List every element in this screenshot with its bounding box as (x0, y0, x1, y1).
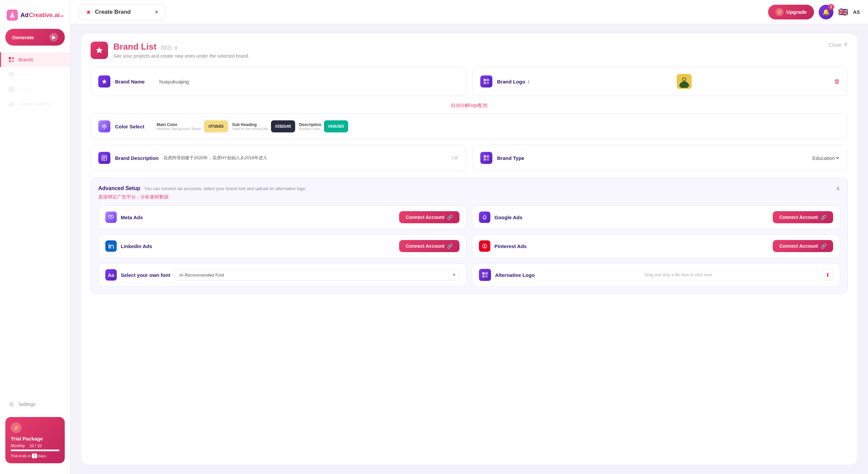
notification-badge: 2 (828, 4, 834, 10)
user-avatar[interactable]: AS (853, 9, 860, 15)
sidebar: AdCreative.aiv3 Generate ▶ Brands — — — … (0, 0, 70, 474)
svg-rect-24 (487, 155, 489, 158)
svg-marker-10 (86, 10, 91, 14)
meta-ads-label: Meta Ads (121, 215, 143, 220)
sub-heading-color-group: Sub Heading Used for the second title #2… (232, 120, 295, 132)
app-name: AdCreative.aiv3 (21, 12, 63, 19)
svg-point-19 (683, 78, 686, 81)
brand-name-icon (98, 75, 110, 88)
upgrade-button[interactable]: ⚡ Upgrade (768, 5, 814, 20)
logo-thumbnail (677, 74, 691, 89)
svg-rect-13 (484, 79, 486, 81)
create-brand-plus-icon[interactable]: + (154, 8, 159, 17)
meta-connect-button[interactable]: Connect Account 🔗 (399, 211, 460, 223)
brand-star-icon (95, 46, 103, 54)
creative-insight-label: Creative Insight Pro (19, 102, 51, 106)
connect-link-icon: 🔗 (447, 215, 453, 220)
font-select[interactable]: AI Recommended Font (175, 270, 460, 281)
auto-color-note: 自动分解logo配色 (91, 102, 848, 108)
brand-panel: Brand List (0/2) ℹ See your projects and… (81, 34, 857, 465)
logo-text-creative: Creative (29, 12, 53, 19)
logo-delete-button[interactable]: 🗑 (834, 78, 840, 85)
description-color-title: Description (299, 122, 321, 127)
sidebar-item-2[interactable]: — — — (0, 67, 70, 82)
svg-rect-27 (108, 245, 110, 248)
svg-point-21 (104, 126, 105, 127)
color-select-icon (98, 120, 110, 132)
description-color-sub: Auxiliary color (299, 127, 321, 131)
brand-panel-title-group: Brand List (0/2) ℹ See your projects and… (113, 41, 249, 59)
sidebar-item-creative-insight[interactable]: Creative Insight Pro (0, 97, 70, 111)
linkedin-ads-icon (105, 240, 117, 252)
svg-rect-5 (9, 60, 11, 62)
font-select-row: Aa Select your own font AI Recommended F… (98, 263, 467, 287)
trial-title: Trial Package (11, 436, 59, 441)
notification-button[interactable]: 🔔 2 (819, 5, 833, 20)
advanced-collapse-button[interactable]: ∧ (836, 185, 840, 192)
linkedin-connect-label: Connect Account (406, 243, 444, 249)
main-color-hex: #f7db83 (208, 124, 223, 129)
create-brand-tab[interactable]: Create Brand + (79, 4, 166, 20)
trial-progress-bar-bg (11, 449, 59, 451)
sidebar-item-brands[interactable]: Brands (0, 52, 70, 67)
brand-description-card: Brand Description 花虎跨境创建于2020年，花虎HY创始人从2… (91, 145, 466, 171)
alt-logo-upload-area[interactable]: Drag and drop a file here or click here (539, 269, 818, 281)
trial-package-card: ⚡ Trial Package Monthly 10 / 10 Trial en… (5, 417, 65, 463)
svg-rect-6 (12, 60, 14, 62)
alt-logo-placeholder: Drag and drop a file here or click here (645, 273, 712, 277)
logo-suffix: .ai (53, 12, 60, 19)
alt-logo-label: Alternative Logo (495, 272, 535, 278)
brand-name-logo-row: Brand Name huayukuajing Brand Logo ℹ (91, 67, 848, 96)
sub-heading-title: Sub Heading (232, 122, 268, 127)
color-select-label: Color Select (115, 124, 152, 129)
sidebar-item-settings[interactable]: Settings (0, 397, 70, 412)
main-color-group: Main Color Headline, Background, Button … (157, 120, 228, 132)
alt-logo-row: Alternative Logo Drag and drop a file he… (472, 263, 840, 287)
description-color-swatch[interactable]: #04b393 (324, 120, 348, 132)
brand-description-icon (98, 152, 110, 164)
font-icon: Aa (105, 269, 117, 281)
language-flag-icon[interactable]: 🇬🇧 (838, 7, 848, 17)
svg-point-9 (11, 404, 12, 405)
settings-icon (8, 401, 15, 408)
upload-button[interactable]: ⬆ (822, 269, 833, 281)
settings-label: Settings (19, 402, 36, 407)
brand-type-select[interactable]: Education (539, 155, 840, 161)
svg-rect-3 (9, 57, 11, 59)
svg-rect-31 (482, 272, 485, 275)
linkedin-ads-row: Linkedin Ads Connect Account 🔗 (98, 234, 467, 258)
brand-name-card: Brand Name huayukuajing (91, 67, 466, 96)
brand-name-label: Brand Name (115, 79, 152, 85)
upgrade-bolt-icon: ⚡ (775, 8, 783, 16)
trial-progress-bar-fill (11, 449, 59, 451)
brand-description-label: Brand Description (115, 155, 159, 161)
google-connect-button[interactable]: Connect Account 🔗 (773, 211, 833, 223)
app-logo-icon (7, 8, 18, 22)
sub-heading-color-swatch[interactable]: #292b40 (271, 120, 295, 132)
ad-chinese-note: 直接绑定广告平台，分析素材数据 (98, 194, 840, 200)
google-connect-link-icon: 🔗 (821, 215, 827, 220)
sidebar-item-3[interactable]: — — — (0, 82, 70, 97)
trial-days: Trial ends in 7 days. (11, 454, 59, 458)
close-button[interactable]: Close ✕ (829, 41, 848, 48)
upgrade-label: Upgrade (786, 9, 807, 15)
google-ads-icon (479, 212, 490, 223)
generate-button[interactable]: Generate ▶ (5, 29, 65, 45)
sub-heading-hex: #292b40 (275, 124, 291, 129)
brand-description-text: 花虎跨境创建于2020年，花虎HY创始人从2016年进入 (163, 155, 444, 161)
font-logo-row: Aa Select your own font AI Recommended F… (98, 263, 840, 287)
svg-marker-11 (96, 47, 103, 53)
main-color-swatch[interactable]: #f7db83 (204, 120, 228, 132)
svg-rect-16 (487, 82, 489, 84)
svg-rect-14 (487, 79, 489, 81)
ad-platforms-grid: Meta Ads Connect Account 🔗 Google Ads (98, 206, 840, 258)
description-color-group: Description Auxiliary color #04b393 (299, 120, 348, 132)
meta-connect-label: Connect Account (406, 215, 444, 220)
linkedin-connect-button[interactable]: Connect Account 🔗 (399, 240, 460, 252)
sidebar-item-2-icon (8, 71, 15, 78)
svg-rect-15 (484, 82, 486, 84)
generate-label: Generate (12, 34, 34, 40)
upload-icon: ⬆ (826, 272, 830, 278)
pinterest-connect-button[interactable]: Connect Account 🔗 (773, 240, 833, 252)
brand-name-value: huayukuajing (159, 79, 189, 85)
